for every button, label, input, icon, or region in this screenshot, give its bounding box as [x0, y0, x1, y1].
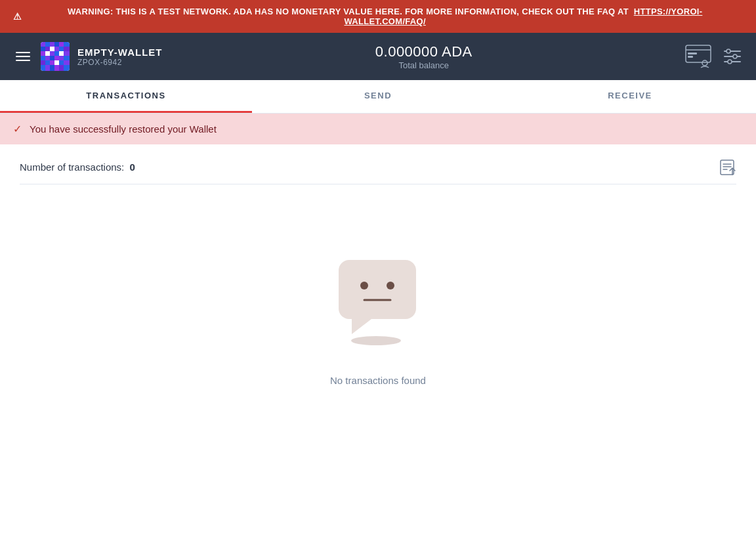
svg-rect-15: [50, 51, 54, 56]
svg-rect-9: [50, 47, 54, 51]
header-right: [685, 45, 743, 68]
svg-rect-17: [59, 51, 64, 56]
svg-rect-31: [41, 65, 45, 71]
wallet-name: EMPTY-WALLET: [77, 47, 163, 58]
svg-rect-40: [688, 56, 693, 58]
empty-label: No transactions found: [330, 375, 426, 386]
svg-point-53: [360, 282, 368, 289]
svg-rect-27: [50, 60, 54, 65]
transactions-header: Number of transactions: 0: [20, 158, 736, 184]
wallet-id: ZPOX-6942: [77, 58, 163, 67]
tab-bar: TRANSACTIONS SEND RECEIVE: [0, 80, 756, 114]
empty-illustration: [335, 257, 421, 342]
success-banner: ✓ You have successfully restored your Wa…: [0, 114, 756, 144]
svg-rect-26: [45, 60, 50, 65]
tab-send[interactable]: SEND: [252, 80, 504, 113]
svg-point-41: [702, 60, 707, 66]
svg-rect-14: [45, 51, 50, 56]
svg-rect-1: [41, 42, 45, 47]
tab-receive[interactable]: RECEIVE: [504, 80, 756, 113]
header-left: EMPTY-WALLET ZPOX-6942: [13, 42, 163, 71]
svg-rect-52: [339, 260, 416, 319]
svg-rect-3: [50, 42, 54, 47]
svg-rect-23: [59, 56, 64, 60]
svg-point-54: [387, 282, 394, 289]
svg-rect-39: [688, 53, 697, 54]
settings-icon-button[interactable]: [722, 46, 743, 67]
svg-rect-35: [59, 65, 64, 71]
svg-rect-7: [41, 47, 45, 51]
svg-rect-21: [50, 56, 54, 60]
send-receive-icon-button[interactable]: [685, 45, 711, 68]
svg-rect-11: [59, 47, 64, 51]
warning-banner: ⚠ WARNING: THIS IS A TEST NETWORK. ADA H…: [0, 0, 756, 33]
check-icon: ✓: [13, 123, 22, 135]
svg-rect-2: [45, 42, 50, 47]
success-message: You have successfully restored your Wall…: [30, 123, 217, 135]
svg-rect-36: [64, 65, 70, 71]
transactions-count: Number of transactions: 0: [20, 161, 135, 173]
svg-rect-30: [64, 60, 70, 65]
svg-point-45: [726, 49, 730, 53]
balance-label: Total balance: [398, 60, 449, 70]
header-center: 0.000000 ADA Total balance: [163, 43, 686, 70]
warning-text: WARNING: THIS IS A TEST NETWORK. ADA HAS…: [27, 7, 743, 26]
svg-rect-20: [45, 56, 50, 60]
empty-state: No transactions found: [20, 191, 736, 425]
main-content: Number of transactions: 0: [0, 144, 756, 438]
svg-point-46: [733, 54, 737, 58]
header: EMPTY-WALLET ZPOX-6942 0.000000 ADA Tota…: [0, 33, 756, 80]
svg-rect-16: [54, 51, 59, 56]
svg-point-47: [728, 60, 732, 64]
svg-rect-8: [45, 47, 50, 51]
svg-rect-18: [64, 51, 70, 56]
svg-point-57: [351, 336, 401, 345]
balance-amount: 0.000000 ADA: [375, 43, 472, 60]
svg-rect-12: [64, 47, 70, 51]
svg-rect-19: [41, 56, 45, 60]
wallet-info: EMPTY-WALLET ZPOX-6942: [77, 47, 163, 67]
svg-rect-5: [59, 42, 64, 47]
svg-rect-29: [59, 60, 64, 65]
warning-icon: ⚠: [13, 11, 22, 22]
svg-rect-33: [50, 65, 54, 71]
svg-rect-48: [721, 160, 734, 175]
export-button[interactable]: [718, 158, 736, 176]
svg-rect-25: [41, 60, 45, 65]
svg-rect-28: [54, 60, 59, 65]
hamburger-menu-button[interactable]: [13, 49, 33, 64]
svg-rect-10: [54, 47, 59, 51]
svg-rect-13: [41, 51, 45, 56]
svg-rect-4: [54, 42, 59, 47]
svg-marker-56: [352, 319, 371, 334]
svg-rect-24: [64, 56, 70, 60]
svg-rect-22: [54, 56, 59, 60]
svg-rect-34: [54, 65, 59, 71]
tab-transactions[interactable]: TRANSACTIONS: [0, 80, 252, 113]
svg-rect-6: [64, 42, 70, 47]
wallet-avatar: [41, 42, 70, 71]
svg-rect-32: [45, 65, 50, 71]
